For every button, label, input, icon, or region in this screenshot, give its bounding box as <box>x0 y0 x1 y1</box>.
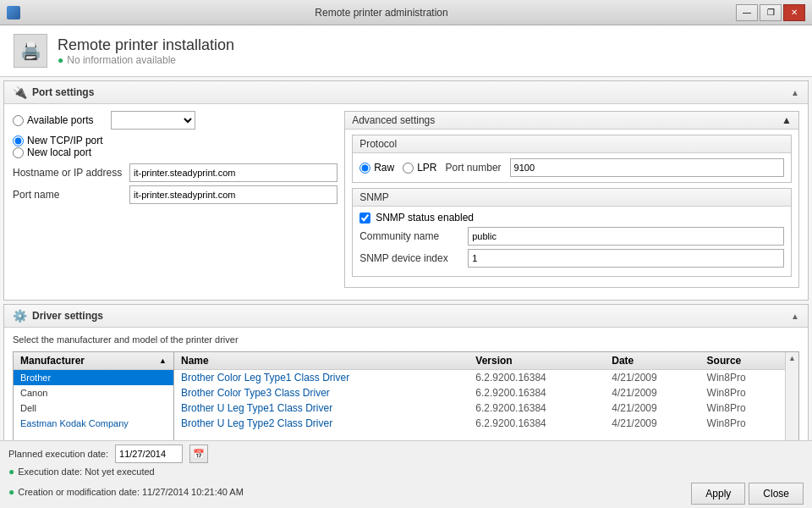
planned-date-input[interactable] <box>115 444 183 463</box>
window-controls: — ❐ ✕ <box>736 4 805 21</box>
lpr-radio[interactable]: LPR <box>403 162 436 174</box>
advanced-toggle-icon: ▲ <box>782 114 792 126</box>
protocol-row: Raw LPR Port number <box>359 158 784 177</box>
table-row[interactable]: Brother U Leg Type1 Class Driver 6.2.920… <box>174 400 785 416</box>
mfr-scroll-arrow: ▲ <box>159 356 167 365</box>
port-settings-header[interactable]: 🔌 Port settings ▲ <box>4 81 808 104</box>
community-name-row: Community name <box>359 227 784 246</box>
driver-version-cell: 6.2.9200.16384 <box>469 416 605 431</box>
available-ports-radio[interactable]: Available ports <box>13 114 94 126</box>
creation-text: Creation or modification date: 11/27/201… <box>18 487 244 497</box>
driver-name-cell: Brother Color Leg Type1 Class Driver <box>174 370 469 386</box>
driver-table-container: Name Version Date Source Brother Color L… <box>174 352 785 440</box>
new-local-radio[interactable]: New local port <box>13 146 337 158</box>
driver-name-cell: Brother Color Type3 Class Driver <box>174 385 469 400</box>
snmp-section: SNMP SNMP status enabled Communi <box>352 188 792 277</box>
planned-execution-row: Planned execution date: 📅 <box>8 444 804 463</box>
close-button[interactable]: ✕ <box>783 4 805 21</box>
app-icon <box>7 6 20 19</box>
raw-radio[interactable]: Raw <box>359 162 394 174</box>
new-tcp-radio-input[interactable] <box>13 135 24 146</box>
manufacturer-item-dell[interactable]: Dell <box>14 400 173 416</box>
protocol-section: Protocol Raw <box>352 135 792 183</box>
community-name-input[interactable] <box>468 227 784 246</box>
port-name-input[interactable] <box>129 185 337 204</box>
exec-status-icon: ● <box>8 466 14 478</box>
advanced-settings-header: Advanced settings ▲ <box>345 112 798 130</box>
new-tcp-radio[interactable]: New TCP/IP port <box>13 135 329 146</box>
protocol-header: Protocol <box>353 135 791 153</box>
driver-select-desc: Select the manufacturer and model of the… <box>13 334 799 345</box>
raw-radio-input[interactable] <box>359 163 370 174</box>
port-settings-section: 🔌 Port settings ▲ Available ports <box>3 80 809 301</box>
app-title: Remote printer installation <box>58 36 234 54</box>
snmp-device-index-input[interactable] <box>468 249 784 268</box>
hostname-row: Hostname or IP address <box>13 163 337 182</box>
manufacturer-item-brother[interactable]: Brother <box>14 370 173 385</box>
minimize-button[interactable]: — <box>736 4 758 21</box>
creation-icon: ● <box>8 486 14 498</box>
source-col-header: Source <box>700 352 785 370</box>
driver-name-cell: Brother U Leg Type1 Class Driver <box>174 400 469 416</box>
exec-status-text: Execution date: Not yet executed <box>18 467 154 477</box>
driver-table: Name Version Date Source Brother Color L… <box>174 352 785 431</box>
advanced-settings-section: Advanced settings ▲ Protocol <box>344 111 799 288</box>
driver-source-cell: Win8Pro <box>700 416 785 431</box>
creation-row: ● Creation or modification date: 11/27/2… <box>8 486 244 498</box>
port-right: Advanced settings ▲ Protocol <box>344 111 799 293</box>
driver-date-cell: 4/21/2009 <box>605 370 700 386</box>
port-number-input[interactable] <box>510 158 784 177</box>
content-area: 🔌 Port settings ▲ Available ports <box>0 77 812 440</box>
manufacturer-header: Manufacturer ▲ <box>14 352 173 370</box>
new-local-radio-input[interactable] <box>13 147 24 158</box>
advanced-settings-body: Protocol Raw <box>345 130 798 287</box>
status-icon: ● <box>58 54 63 66</box>
snmp-body: SNMP status enabled Community name SNMP … <box>353 207 791 276</box>
manufacturer-item-eastman[interactable]: Eastman Kodak Company <box>14 416 173 431</box>
port-layout: Available ports New TCP/IP port N <box>13 111 799 293</box>
port-icon: 🔌 <box>13 86 27 99</box>
lpr-radio-input[interactable] <box>403 163 414 174</box>
printer-icon: 🖨️ <box>14 34 47 68</box>
header-text-block: Remote printer installation ● No informa… <box>58 36 234 66</box>
available-ports-dropdown[interactable] <box>111 111 195 130</box>
protocol-body: Raw LPR Port number <box>353 153 791 182</box>
action-buttons: Apply Close <box>691 483 804 505</box>
driver-version-cell: 6.2.9200.16384 <box>469 385 605 400</box>
calendar-button[interactable]: 📅 <box>189 444 208 463</box>
driver-date-cell: 4/21/2009 <box>605 416 700 431</box>
driver-list-container: Manufacturer ▲ Brother Canon Dell Eastma… <box>13 351 799 440</box>
exec-status-row: ● Execution date: Not yet executed <box>8 466 804 478</box>
driver-icon: ⚙️ <box>13 309 27 323</box>
snmp-header: SNMP <box>353 189 791 207</box>
table-row[interactable]: Brother Color Type3 Class Driver 6.2.920… <box>174 385 785 400</box>
manufacturer-list: Manufacturer ▲ Brother Canon Dell Eastma… <box>14 352 174 440</box>
driver-settings-toggle: ▲ <box>791 312 799 321</box>
bottom-bar: Planned execution date: 📅 ● Execution da… <box>0 440 812 508</box>
snmp-enabled-checkbox[interactable] <box>359 213 370 224</box>
hostname-input[interactable] <box>129 163 337 182</box>
driver-settings-label: ⚙️ Driver settings <box>13 309 103 323</box>
window-title: Remote printer administration <box>27 7 736 19</box>
table-row[interactable]: Brother Color Leg Type1 Class Driver 6.2… <box>174 370 785 386</box>
app-header: 🖨️ Remote printer installation ● No info… <box>0 25 812 77</box>
restore-button[interactable]: ❐ <box>760 4 782 21</box>
driver-source-cell: Win8Pro <box>700 370 785 386</box>
driver-settings-body: Select the manufacturer and model of the… <box>4 328 808 440</box>
available-ports-radio-input[interactable] <box>13 115 24 126</box>
port-name-row: Port name <box>13 185 337 204</box>
apply-button[interactable]: Apply <box>691 483 745 505</box>
driver-version-cell: 6.2.9200.16384 <box>469 370 605 386</box>
driver-settings-header[interactable]: ⚙️ Driver settings ▲ <box>4 305 808 328</box>
driver-source-cell: Win8Pro <box>700 385 785 400</box>
close-button[interactable]: Close <box>749 483 804 505</box>
snmp-device-index-row: SNMP device index <box>359 249 784 268</box>
scrollbar[interactable]: ▲ ▼ <box>785 352 798 440</box>
port-settings-header-label: 🔌 Port settings <box>13 86 94 99</box>
port-left: Available ports New TCP/IP port N <box>13 111 337 293</box>
manufacturer-item-canon[interactable]: Canon <box>14 385 173 400</box>
main-window: 🖨️ Remote printer installation ● No info… <box>0 25 812 508</box>
table-row[interactable]: Brother U Leg Type2 Class Driver 6.2.920… <box>174 416 785 431</box>
bottom-actions-row: ● Creation or modification date: 11/27/2… <box>8 479 804 505</box>
app-subtitle: ● No information available <box>58 54 234 66</box>
